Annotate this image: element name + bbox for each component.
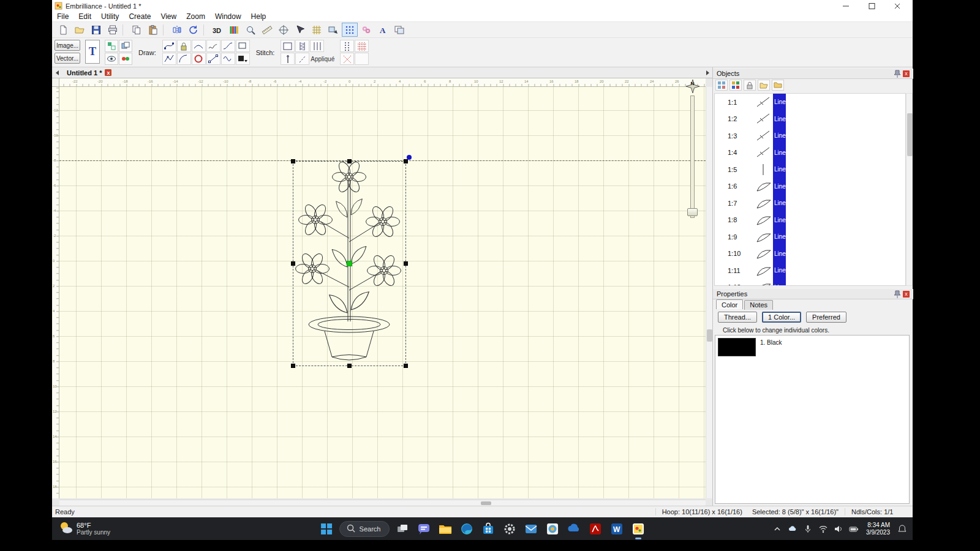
- tab-scroll-left-icon[interactable]: [53, 69, 61, 77]
- copy-button[interactable]: [129, 23, 145, 37]
- object-row[interactable]: 1:2Line: [715, 111, 905, 128]
- object-label[interactable]: Line: [773, 127, 786, 144]
- selection-handle-n[interactable]: [347, 159, 352, 163]
- object-row[interactable]: 1:10Line: [715, 246, 905, 263]
- column-stitch-button[interactable]: [295, 40, 309, 52]
- rotation-handle[interactable]: [407, 155, 412, 160]
- design-window-button[interactable]: [391, 23, 407, 37]
- canvas-horizontal-scroll-thumb[interactable]: [481, 501, 491, 505]
- object-label[interactable]: Line: [773, 144, 786, 162]
- start-button[interactable]: [318, 520, 335, 538]
- close-button[interactable]: [884, 0, 910, 12]
- wave-tool-button[interactable]: [221, 53, 235, 65]
- pattern-grid-button[interactable]: [355, 40, 369, 52]
- selection-handle-ne[interactable]: [404, 159, 408, 163]
- taskbar-mail-icon[interactable]: [522, 520, 540, 538]
- bezier-tool-button[interactable]: [162, 40, 176, 52]
- taskbar-embrilliance-icon[interactable]: [630, 520, 647, 538]
- taskbar-store-icon[interactable]: [480, 520, 497, 538]
- tab-notes[interactable]: Notes: [744, 300, 773, 310]
- lettering-button[interactable]: T: [85, 40, 100, 64]
- open-library-button[interactable]: [758, 80, 770, 91]
- design-canvas[interactable]: [59, 87, 706, 498]
- pin-icon[interactable]: [893, 290, 900, 298]
- object-label[interactable]: Line: [773, 195, 786, 212]
- object-row[interactable]: 1:9Line: [715, 228, 905, 246]
- stitch-slider-track[interactable]: [690, 96, 695, 218]
- menu-zoom[interactable]: Zoom: [181, 12, 210, 21]
- object-label[interactable]: Line: [773, 246, 786, 263]
- properties-panel-close-icon[interactable]: x: [903, 291, 910, 298]
- lock-objects-button[interactable]: [744, 80, 756, 91]
- object-label[interactable]: Line: [773, 111, 786, 128]
- stitch-slider-handle[interactable]: [687, 208, 698, 216]
- hoop-position-button[interactable]: [276, 23, 292, 37]
- tab-close-icon[interactable]: x: [105, 69, 111, 76]
- object-label[interactable]: Line: [773, 161, 786, 178]
- object-row[interactable]: 1:3Line: [715, 127, 905, 144]
- stitch-simulator-button[interactable]: [342, 23, 358, 37]
- menu-utility[interactable]: Utility: [96, 12, 124, 21]
- object-label[interactable]: Line: [773, 228, 786, 246]
- taskbar-photos-icon[interactable]: [544, 520, 561, 538]
- image-button[interactable]: Image...: [55, 40, 80, 51]
- motif-column-button[interactable]: [340, 40, 354, 52]
- canvas-vertical-scroll-thumb[interactable]: [707, 329, 712, 342]
- selection-handle-sw[interactable]: [291, 364, 295, 368]
- new-document-button[interactable]: [55, 23, 71, 37]
- taskbar-clock[interactable]: 8:34 AM 3/9/2023: [864, 522, 892, 536]
- rotate-design-button[interactable]: [186, 23, 202, 37]
- selection-handle-w[interactable]: [291, 261, 295, 266]
- objects-panel-close-icon[interactable]: x: [903, 70, 910, 77]
- color-dots-button[interactable]: [119, 53, 132, 65]
- send-to-machine-button[interactable]: [325, 23, 341, 37]
- lock-points-button[interactable]: [177, 40, 191, 52]
- freehand-tool-button[interactable]: [206, 40, 221, 52]
- cursor-tool-button[interactable]: [292, 23, 308, 37]
- object-row[interactable]: 1:5Line: [715, 161, 905, 178]
- canvas-vertical-scrollbar[interactable]: [706, 87, 712, 498]
- minimize-button[interactable]: [833, 0, 859, 12]
- tray-mic-icon[interactable]: [802, 523, 813, 534]
- design-gallery-button[interactable]: [358, 23, 374, 37]
- save-library-button[interactable]: [772, 80, 784, 91]
- open-design-button[interactable]: [72, 23, 88, 37]
- satin-column-button[interactable]: [310, 40, 324, 52]
- pin-icon[interactable]: [893, 70, 900, 77]
- shape-fill-tool-button[interactable]: [236, 53, 250, 65]
- taskbar-acrobat-icon[interactable]: [587, 520, 604, 538]
- object-row[interactable]: 1:7Line: [715, 195, 905, 212]
- line-tool-button[interactable]: [206, 53, 221, 65]
- object-label[interactable]: Line: [773, 262, 786, 279]
- object-row[interactable]: 1:8Line: [715, 212, 905, 229]
- object-label[interactable]: Line: [773, 178, 786, 195]
- maximize-button[interactable]: [859, 0, 884, 12]
- show-hide-eye-button[interactable]: [105, 53, 118, 65]
- thread-button[interactable]: Thread...: [718, 312, 757, 323]
- smooth-tool-button[interactable]: [221, 40, 235, 52]
- group-objects-button[interactable]: [105, 40, 118, 52]
- notification-bell-icon[interactable]: [897, 523, 908, 534]
- color-bar-button[interactable]: [226, 23, 242, 37]
- lettering-button[interactable]: A: [375, 23, 391, 37]
- canvas-horizontal-scrollbar[interactable]: [59, 500, 706, 506]
- taskbar-task-view-icon[interactable]: [394, 520, 411, 538]
- taskbar-chat-icon[interactable]: [415, 520, 432, 538]
- needle-tool-button[interactable]: [281, 53, 295, 65]
- menu-edit[interactable]: Edit: [74, 12, 96, 21]
- tray-wifi-icon[interactable]: [818, 523, 829, 534]
- object-row[interactable]: 1:12Line: [715, 279, 905, 287]
- running-stitch-button[interactable]: [295, 53, 309, 65]
- pattern-grid-2-button[interactable]: [340, 53, 354, 65]
- measure-tool-button[interactable]: [259, 23, 275, 37]
- object-label[interactable]: Line: [773, 279, 786, 287]
- selection-handle-nw[interactable]: [291, 159, 295, 163]
- document-tab[interactable]: Untitled 1 * x: [63, 69, 115, 77]
- color-count-button[interactable]: 1 Color...: [762, 312, 801, 323]
- tray-onedrive-tray-icon[interactable]: [787, 523, 798, 534]
- save-design-button[interactable]: [88, 23, 104, 37]
- tab-scroll-right-icon[interactable]: [704, 69, 711, 77]
- rectangle-tool-button[interactable]: [236, 40, 250, 52]
- menu-window[interactable]: Window: [210, 12, 246, 21]
- menu-file[interactable]: File: [52, 12, 74, 21]
